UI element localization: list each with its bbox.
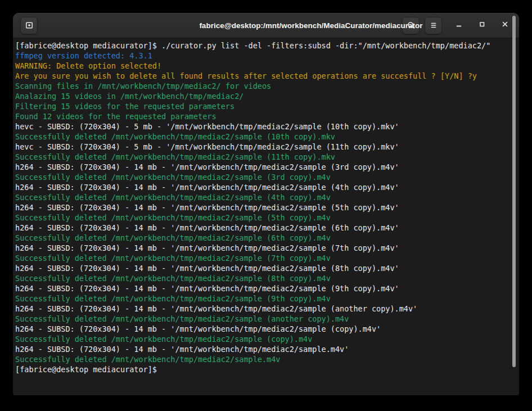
terminal-line: [fabrice@desktop mediacurator]$ ./curato… xyxy=(15,40,508,51)
maximize-icon xyxy=(477,20,486,31)
terminal-line: ffmpeg version detected: 4.3.1 xyxy=(15,51,508,61)
terminal-line: h264 - SUBSD: (720x304) - 14 mb - '/mnt/… xyxy=(15,304,508,314)
terminal-line: Successfully deleted /mnt/workbench/tmp/… xyxy=(15,233,508,243)
terminal-line: Successfully deleted /mnt/workbench/tmp/… xyxy=(15,273,508,283)
terminal-line: Successfully deleted /mnt/workbench/tmp/… xyxy=(15,253,508,263)
terminal-line: Successfully deleted /mnt/workbench/tmp/… xyxy=(15,132,508,142)
new-tab-button[interactable] xyxy=(20,17,38,34)
headerbar: fabrice@desktop:/mnt/workbench/MediaCura… xyxy=(13,13,519,38)
minimize-button[interactable] xyxy=(452,19,466,32)
terminal-line: h264 - SUBSD: (720x304) - 14 mb - '/mnt/… xyxy=(15,243,508,253)
terminal-line: Scanning files in /mnt/workbench/tmp/med… xyxy=(15,81,508,91)
terminal-line: Analazing 15 videos in /mnt/workbench/tm… xyxy=(15,91,508,101)
terminal-line: h264 - SUBSD: (720x304) - 14 mb - '/mnt/… xyxy=(15,182,508,192)
menu-button[interactable] xyxy=(425,17,442,34)
menu-icon xyxy=(429,21,438,30)
terminal-line: h264 - SUBSD: (720x304) - 14 mb - '/mnt/… xyxy=(15,263,508,273)
terminal-line: Found 12 videos for the requested parame… xyxy=(15,111,508,121)
terminal-line: h264 - SUBSD: (720x304) - 14 mb - '/mnt/… xyxy=(15,162,508,172)
new-tab-icon xyxy=(25,21,34,30)
terminal-line: h264 - SUBSD: (720x304) - 14 mb - '/mnt/… xyxy=(15,223,508,233)
scrollbar[interactable] xyxy=(512,16,516,367)
terminal-line: Are you sure you wish to delete all foun… xyxy=(15,71,508,81)
terminal-output[interactable]: [fabrice@desktop mediacurator]$ ./curato… xyxy=(13,38,519,395)
window-title: fabrice@desktop:/mnt/workbench/MediaCura… xyxy=(199,13,422,38)
terminal-line: Successfully deleted /mnt/workbench/tmp/… xyxy=(15,192,508,202)
terminal-line: WARNING: Delete option selected! xyxy=(15,61,508,71)
terminal-line: Successfully deleted /mnt/workbench/tmp/… xyxy=(15,213,508,223)
close-button[interactable] xyxy=(498,19,512,32)
terminal-line: Filtering 15 videos for the requested pa… xyxy=(15,101,508,111)
minimize-icon xyxy=(454,20,463,31)
terminal-line: hevc - SUBSD: (720x304) - 5 mb - '/mnt/w… xyxy=(15,121,508,132)
terminal-line: Successfully deleted /mnt/workbench/tmp/… xyxy=(15,334,508,344)
terminal-line: h264 - SUBSD: (720x304) - 14 mb - '/mnt/… xyxy=(15,283,508,293)
terminal-line: h264 - SUBSD: (720x304) - 14 mb - '/mnt/… xyxy=(15,202,508,213)
terminal-line: Successfully deleted /mnt/workbench/tmp/… xyxy=(15,152,508,162)
terminal-line: hevc - SUBSD: (720x304) - 5 mb - '/mnt/w… xyxy=(15,142,508,152)
maximize-button[interactable] xyxy=(475,19,489,32)
terminal-line: h264 - SUBSD: (720x304) - 14 mb - '/mnt/… xyxy=(15,344,508,354)
terminal-line: Successfully deleted /mnt/workbench/tmp/… xyxy=(15,293,508,304)
terminal-window: fabrice@desktop:/mnt/workbench/MediaCura… xyxy=(13,13,519,395)
terminal-line: Successfully deleted /mnt/workbench/tmp/… xyxy=(15,172,508,182)
terminal-line: [fabrice@desktop mediacurator]$ xyxy=(15,364,508,374)
close-icon xyxy=(501,20,510,31)
terminal-line: Successfully deleted /mnt/workbench/tmp/… xyxy=(15,314,508,324)
terminal-line: Successfully deleted /mnt/workbench/tmp/… xyxy=(15,354,508,364)
terminal-line: h264 - SUBSD: (720x304) - 14 mb - '/mnt/… xyxy=(15,324,508,334)
